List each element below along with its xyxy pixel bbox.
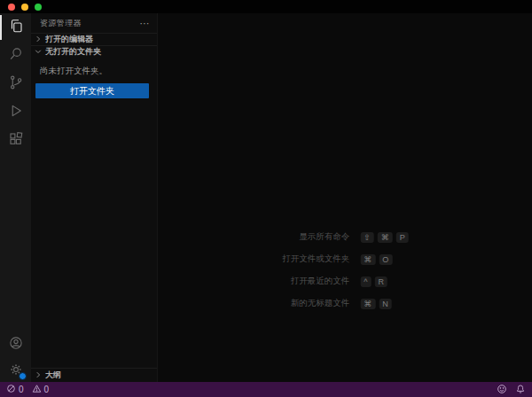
- problems-indicator[interactable]: 0 0: [6, 384, 49, 395]
- activity-bar: [0, 13, 31, 382]
- warning-icon: [32, 384, 42, 395]
- keycap: O: [379, 254, 392, 265]
- activity-item-run-debug[interactable]: [0, 98, 31, 127]
- zoom-window-button[interactable]: [35, 4, 42, 11]
- no-folder-message: 尚未打开文件夹。: [40, 66, 148, 77]
- open-editors-section-header[interactable]: 打开的编辑器: [31, 33, 157, 45]
- watermark-keys: ⇧ ⌘ P: [360, 232, 409, 243]
- accounts-button[interactable]: [0, 332, 31, 357]
- minimize-window-button[interactable]: [21, 4, 28, 11]
- settings-button[interactable]: [0, 357, 31, 382]
- gear-icon: [8, 362, 24, 378]
- open-folder-button[interactable]: 打开文件夹: [35, 83, 149, 98]
- debug-icon: [8, 103, 24, 122]
- chevron-right-icon: [34, 35, 43, 45]
- extensions-icon: [8, 131, 24, 151]
- keycap: ⌘: [360, 254, 375, 265]
- keycap: P: [396, 232, 409, 243]
- keycap: R: [374, 276, 387, 287]
- editor-area: 显示所有命令 ⇧ ⌘ P 打开文件或文件夹 ⌘ O 打开最近的文件 ^ R 新的…: [159, 13, 532, 382]
- watermark-label: 打开最近的文件: [282, 276, 349, 287]
- status-bar: 0 0: [0, 382, 532, 397]
- close-window-button[interactable]: [8, 4, 15, 11]
- window-controls: [8, 4, 42, 11]
- account-icon: [8, 335, 24, 354]
- sidebar-title: 资源管理器: [40, 18, 82, 29]
- title-bar: [0, 0, 532, 13]
- activity-item-source-control[interactable]: [0, 70, 31, 98]
- activity-item-extensions[interactable]: [0, 127, 31, 155]
- watermark-label: 打开文件或文件夹: [282, 253, 349, 265]
- feedback-smiley-icon[interactable]: [497, 384, 507, 396]
- chevron-down-icon: [34, 47, 43, 58]
- watermark-keys: ⌘ O: [360, 254, 409, 265]
- search-icon: [8, 46, 24, 66]
- activity-item-search[interactable]: [0, 42, 31, 70]
- explorer-sidebar: 资源管理器 ⋯ 打开的编辑器 无打开的文件夹 尚未打开文件夹。 打开文件夹 大纲: [31, 13, 158, 382]
- keycap: ⌘: [378, 232, 393, 243]
- watermark-keys: ^ R: [360, 276, 409, 287]
- watermark-shortcuts: 显示所有命令 ⇧ ⌘ P 打开文件或文件夹 ⌘ O 打开最近的文件 ^ R 新的…: [282, 231, 409, 309]
- files-icon: [8, 18, 24, 37]
- warning-count: 0: [44, 385, 50, 394]
- outline-section-header[interactable]: 大纲: [31, 368, 157, 382]
- source-control-icon: [8, 74, 24, 94]
- chevron-right-icon: [34, 370, 43, 381]
- error-icon: [6, 384, 16, 395]
- keycap: ^: [360, 276, 371, 287]
- watermark-keys: ⌘ N: [360, 299, 409, 309]
- notifications-bell-icon[interactable]: [515, 384, 526, 396]
- keycap: ⇧: [360, 232, 374, 243]
- no-folder-section-header[interactable]: 无打开的文件夹: [31, 45, 157, 58]
- watermark-label: 显示所有命令: [282, 231, 349, 243]
- more-actions-button[interactable]: ⋯: [140, 20, 150, 26]
- keycap: ⌘: [360, 299, 375, 309]
- error-count: 0: [19, 385, 24, 394]
- keycap: N: [379, 299, 392, 309]
- settings-badge: [19, 372, 27, 380]
- activity-item-explorer[interactable]: [0, 13, 31, 42]
- watermark-label: 新的无标题文件: [282, 298, 349, 309]
